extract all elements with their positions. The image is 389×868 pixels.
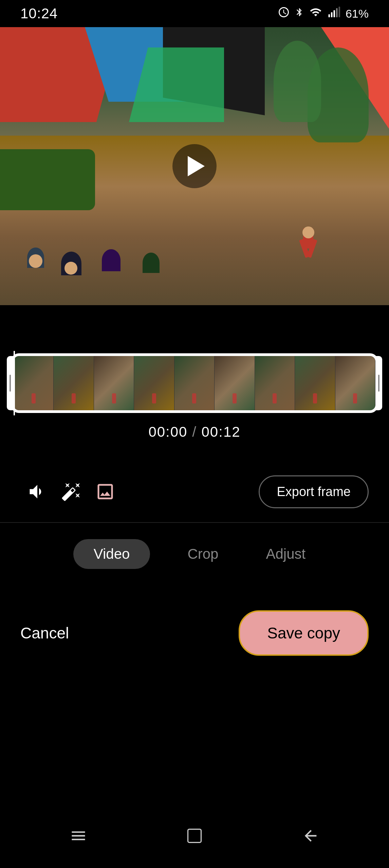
frame-thumb-7 xyxy=(255,356,295,410)
toolbar-section: Export frame xyxy=(0,461,389,522)
frame-thumb-6 xyxy=(215,356,255,410)
svg-rect-1 xyxy=(331,12,333,17)
timeline-section: 00:00 / 00:12 xyxy=(0,356,389,440)
play-button[interactable] xyxy=(172,144,217,188)
status-bar: 10:24 xyxy=(0,0,389,27)
frame-thumb-9 xyxy=(335,356,375,410)
frame-thumb-3 xyxy=(94,356,134,410)
audience-2 xyxy=(61,252,81,275)
tree-bg-2 xyxy=(274,41,321,122)
tab-video[interactable]: Video xyxy=(73,539,150,569)
bluetooth-icon xyxy=(295,6,304,21)
timeline-right-handle[interactable] xyxy=(375,356,382,410)
effects-button[interactable] xyxy=(54,475,88,509)
time-display: 00:00 / 00:12 xyxy=(14,424,375,440)
video-player xyxy=(0,27,389,305)
frame-thumb-1 xyxy=(14,356,54,410)
nav-menu-icon[interactable] xyxy=(70,827,87,848)
svg-rect-0 xyxy=(328,14,330,17)
grass-strip xyxy=(0,149,95,210)
time-separator: / xyxy=(187,424,201,440)
frame-tool-button[interactable] xyxy=(88,475,122,509)
volume-button[interactable] xyxy=(20,475,54,509)
frame-thumb-4 xyxy=(134,356,174,410)
timeline-strip[interactable] xyxy=(14,356,375,410)
audience-4 xyxy=(143,253,160,273)
effects-icon xyxy=(61,481,81,502)
svg-rect-4 xyxy=(338,7,340,18)
tab-adjust[interactable]: Adjust xyxy=(256,539,316,569)
status-icons: 61% xyxy=(278,6,369,21)
frame-tool-icon xyxy=(95,481,115,502)
volume-icon xyxy=(27,481,48,502)
frame-thumb-5 xyxy=(174,356,215,410)
nav-back-icon[interactable] xyxy=(302,827,319,848)
timeline-cursor xyxy=(14,351,15,415)
battery-indicator: 61% xyxy=(346,7,369,20)
svg-rect-3 xyxy=(336,8,338,17)
alarm-icon xyxy=(278,6,290,21)
audience-left xyxy=(27,248,44,268)
frame-thumb-2 xyxy=(54,356,94,410)
bottom-actions: Cancel Save copy xyxy=(0,597,389,669)
total-time: 00:12 xyxy=(202,424,241,440)
current-time: 00:00 xyxy=(148,424,187,440)
nav-home-icon[interactable] xyxy=(186,827,203,848)
wifi-icon xyxy=(309,6,322,21)
divider-line xyxy=(0,522,389,523)
svg-rect-2 xyxy=(333,10,335,17)
tab-bar: Video Crop Adjust xyxy=(0,529,389,579)
handle-bar-right xyxy=(378,375,379,392)
svg-rect-5 xyxy=(188,829,201,842)
cancel-button[interactable]: Cancel xyxy=(20,624,69,642)
nav-bar xyxy=(0,821,389,854)
timeline-frames xyxy=(14,356,375,410)
performer-figure xyxy=(302,228,314,258)
frame-thumb-8 xyxy=(295,356,335,410)
timeline-left-handle[interactable] xyxy=(7,356,14,410)
status-time: 10:24 xyxy=(20,5,58,22)
play-triangle-icon xyxy=(188,156,205,176)
handle-bar-left xyxy=(10,375,11,392)
tab-crop[interactable]: Crop xyxy=(177,539,228,569)
export-frame-button[interactable]: Export frame xyxy=(259,475,369,508)
audience-3 xyxy=(102,249,121,271)
save-copy-button[interactable]: Save copy xyxy=(239,610,369,656)
signal-icon xyxy=(327,6,341,21)
